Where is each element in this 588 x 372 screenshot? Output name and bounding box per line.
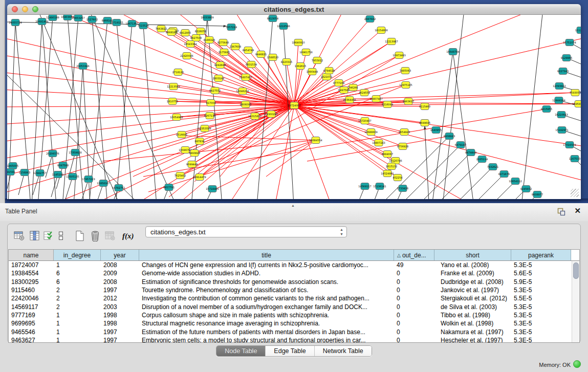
graph-node[interactable]: 20206576 bbox=[46, 150, 59, 157]
graph-node[interactable]: 9654923 bbox=[399, 129, 410, 136]
graph-node[interactable]: 8220315 bbox=[281, 59, 292, 65]
graph-node[interactable]: 24055724 bbox=[9, 19, 21, 26]
table-row[interactable]: 969969511998Structural magnetic resonanc… bbox=[9, 319, 579, 327]
column-header-in_degree[interactable]: in_degree bbox=[54, 250, 101, 260]
graph-node[interactable]: 7515526 bbox=[138, 23, 149, 29]
graph-node[interactable]: 8668188 bbox=[166, 29, 177, 36]
graph-node[interactable]: 1990444 bbox=[307, 69, 318, 75]
table-row[interactable]: 911546021997Tourette syndrome. Phenomeno… bbox=[9, 286, 579, 294]
graph-node[interactable]: 6216044 bbox=[382, 101, 393, 108]
graph-node[interactable]: 1156863 bbox=[19, 169, 30, 176]
graph-node[interactable]: 7663822 bbox=[156, 26, 167, 32]
column-header-title[interactable]: title bbox=[139, 250, 394, 260]
table-body[interactable]: 1872400712008Changes of HCN gene express… bbox=[9, 261, 579, 343]
graph-node[interactable]: 3624554 bbox=[359, 90, 370, 96]
graph-node[interactable]: 2367608 bbox=[230, 43, 241, 50]
graph-node[interactable]: 9756928 bbox=[397, 143, 408, 150]
graph-node[interactable]: 12444194 bbox=[552, 97, 565, 104]
graph-node[interactable]: 7832621 bbox=[487, 164, 498, 170]
graph-node[interactable]: 10653257 bbox=[72, 15, 84, 21]
column-header-out_de[interactable]: △out_de... bbox=[394, 250, 434, 260]
panel-divider-grip[interactable]: ▲ bbox=[291, 204, 295, 207]
graph-node[interactable]: 7625402 bbox=[175, 172, 186, 179]
graph-node[interactable]: 20691406 bbox=[35, 18, 48, 25]
graph-node[interactable]: 8454749 bbox=[243, 47, 254, 54]
graph-node[interactable]: 14671355 bbox=[125, 20, 138, 27]
graph-node[interactable]: 917004 bbox=[206, 100, 215, 106]
graph-node[interactable]: 9699695 bbox=[419, 120, 430, 126]
tab-network-table[interactable]: Network Table bbox=[315, 346, 372, 356]
graph-node[interactable]: 16961758 bbox=[299, 49, 312, 56]
graph-node[interactable]: 8471676 bbox=[498, 171, 510, 178]
graph-node[interactable]: 1527602 bbox=[86, 16, 98, 23]
graph-node[interactable]: 12093822 bbox=[553, 83, 565, 90]
graph-node[interactable]: 452254 bbox=[393, 174, 402, 181]
graph-node[interactable]: 1733426 bbox=[397, 185, 408, 192]
close-window-button[interactable] bbox=[12, 6, 18, 12]
canvas-resize-grip[interactable] bbox=[571, 189, 579, 197]
graph-node[interactable]: 1865005 bbox=[7, 163, 18, 169]
graph-node[interactable]: 12975185 bbox=[399, 82, 412, 89]
graph-node[interactable]: 16154808 bbox=[375, 27, 387, 34]
graph-node[interactable]: 9474444 bbox=[465, 149, 476, 156]
function-builder-icon[interactable]: f(x) bbox=[122, 232, 134, 240]
minimize-window-button[interactable] bbox=[22, 6, 28, 12]
graph-node[interactable]: 9099449 bbox=[186, 161, 198, 168]
graph-node[interactable]: 1112758 bbox=[575, 27, 581, 34]
graph-node[interactable]: 1362615 bbox=[295, 63, 306, 70]
table-column-icon[interactable] bbox=[27, 229, 42, 243]
graph-node[interactable]: 9215955 bbox=[541, 106, 552, 113]
graph-node[interactable]: 18807243 bbox=[372, 140, 385, 146]
column-header-short[interactable]: short bbox=[434, 250, 511, 260]
memory-status-icon[interactable] bbox=[573, 360, 581, 368]
graph-node[interactable]: 887834 bbox=[194, 138, 204, 145]
graph-node[interactable]: 8267130 bbox=[204, 113, 215, 119]
graph-node[interactable]: 8813054 bbox=[267, 15, 278, 22]
graph-node[interactable]: 9097588 bbox=[57, 162, 69, 169]
graph-node[interactable]: 6794028 bbox=[323, 68, 335, 74]
table-row[interactable]: 1872400712008Changes of HCN gene express… bbox=[9, 261, 579, 269]
column-header-year[interactable]: year bbox=[101, 250, 139, 260]
graph-node[interactable]: 16033809 bbox=[201, 15, 213, 21]
graph-node[interactable]: 9227343 bbox=[557, 68, 569, 75]
graph-node[interactable]: 2718126 bbox=[172, 69, 184, 76]
graph-node[interactable]: 19218586 bbox=[277, 23, 290, 30]
graph-node[interactable]: 9129966 bbox=[561, 55, 572, 61]
graph-node[interactable]: 15958503 bbox=[572, 101, 581, 107]
graph-node[interactable]: 9806093 bbox=[240, 101, 251, 108]
graph-node[interactable]: 9275648 bbox=[217, 39, 229, 46]
graph-node[interactable]: 9463627 bbox=[403, 98, 414, 105]
graph-node[interactable]: 1810755 bbox=[167, 98, 178, 105]
graph-node[interactable]: 1588520 bbox=[267, 54, 278, 61]
graph-node[interactable]: 8226058 bbox=[195, 28, 206, 35]
graph-node[interactable]: 2803144 bbox=[213, 75, 224, 82]
graph-node[interactable]: 10688609 bbox=[364, 129, 377, 136]
column-header-pagerank[interactable]: pagerank bbox=[511, 250, 571, 260]
graph-node[interactable]: 16210643 bbox=[555, 112, 568, 118]
graph-node[interactable]: 1615132 bbox=[386, 163, 397, 170]
graph-node[interactable]: 746266 bbox=[348, 84, 358, 91]
graph-node[interactable]: 9777169 bbox=[333, 80, 344, 86]
graph-node[interactable]: 14524861 bbox=[381, 170, 394, 177]
graph-node[interactable]: 8427552 bbox=[209, 87, 221, 94]
graph-node[interactable]: 7857224 bbox=[226, 24, 237, 31]
graph-node[interactable]: 9827508 bbox=[190, 35, 202, 41]
graph-node[interactable]: 9608977 bbox=[532, 191, 543, 198]
network-canvas[interactable]: 8960123891295582260589827508818632816543… bbox=[7, 15, 581, 199]
table-row[interactable]: 2242004622012Investigating the contribut… bbox=[9, 294, 579, 302]
new-file-icon[interactable] bbox=[72, 229, 88, 243]
table-row[interactable]: 1938455462009Genome-wide association stu… bbox=[9, 269, 579, 277]
network-window-titlebar[interactable]: citations_edges.txt bbox=[7, 4, 581, 15]
graph-node[interactable]: 8938923 bbox=[444, 133, 455, 140]
table-check-icon[interactable] bbox=[42, 229, 55, 243]
graph-node[interactable]: 15720407 bbox=[358, 118, 371, 124]
graph-node[interactable]: 15192971 bbox=[555, 127, 568, 134]
graph-node[interactable]: 3175685 bbox=[219, 49, 230, 56]
graph-node[interactable]: 9245652 bbox=[520, 186, 532, 192]
graph-node[interactable]: 20364456 bbox=[343, 97, 356, 103]
graph-node[interactable]: 9831534 bbox=[246, 61, 257, 68]
close-panel-icon[interactable]: ✕ bbox=[574, 206, 581, 215]
graph-node[interactable]: 14569117 bbox=[358, 183, 371, 190]
table-select-dropdown[interactable]: citations_edges.txt ▲▼ bbox=[145, 226, 347, 237]
graph-node[interactable]: 9242848 bbox=[214, 62, 226, 69]
